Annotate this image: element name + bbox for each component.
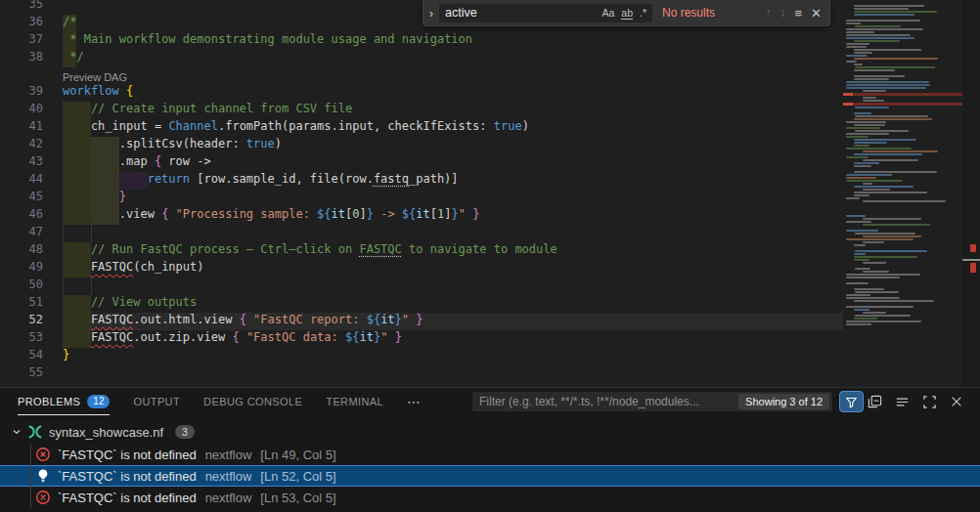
problems-file-name: syntax_showcase.nf xyxy=(49,425,163,440)
line-number: 48 xyxy=(0,242,43,260)
lightbulb-icon xyxy=(35,468,51,484)
collapse-all-icon[interactable] xyxy=(866,393,883,410)
problem-row[interactable]: `FASTQC` is not definednextflow[Ln 52, C… xyxy=(0,465,980,487)
code-line[interactable]: 52FASTQC.out.html.view { "FastQC report:… xyxy=(0,313,843,330)
find-close-icon[interactable]: ✕ xyxy=(811,6,822,21)
match-case-icon[interactable]: Aa xyxy=(601,7,614,20)
close-panel-icon[interactable] xyxy=(948,393,965,410)
code-line[interactable]: 39workflow { xyxy=(0,84,843,102)
line-number: 50 xyxy=(0,277,43,295)
line-number: 39 xyxy=(0,84,43,102)
problems-file-row[interactable]: syntax_showcase.nf 3 xyxy=(0,420,980,444)
code-line[interactable]: 42.splitCsv(header: true) xyxy=(0,137,843,154)
tab-terminal[interactable]: TERMINAL xyxy=(326,388,383,415)
showing-count-badge: Showing 3 of 12 xyxy=(738,394,829,409)
maximize-panel-icon[interactable] xyxy=(920,393,938,410)
code-line[interactable]: 43.map { row -> xyxy=(0,154,843,172)
filter-placeholder: Filter (e.g. text, **/*.ts, !**/node_mod… xyxy=(479,392,699,411)
code-line[interactable]: 40// Create input channel from CSV file xyxy=(0,102,843,119)
code-line[interactable]: 51// View outputs xyxy=(0,295,843,313)
file-problem-count-badge: 3 xyxy=(175,425,195,439)
filter-funnel-icon[interactable] xyxy=(839,391,864,412)
problem-source: nextflow xyxy=(205,469,252,484)
ruler-error-mark xyxy=(970,263,976,273)
panel-more-actions-icon[interactable]: ⋯ xyxy=(407,394,423,409)
find-query-text: active xyxy=(439,6,601,20)
code-line[interactable]: 53FASTQC.out.zip.view { "FastQC data: ${… xyxy=(0,330,843,348)
code-line[interactable]: 38 */ xyxy=(0,50,843,67)
find-widget: › active Aa ab .* No results ↑ ↓ ≡ ✕ xyxy=(423,0,830,26)
code-line[interactable]: 45} xyxy=(0,190,843,207)
problem-message: `FASTQC` is not defined xyxy=(58,448,197,462)
line-number: 47 xyxy=(0,225,43,242)
problem-source: nextflow xyxy=(205,491,252,505)
problem-location: [Ln 49, Col 5] xyxy=(260,448,335,462)
code-line[interactable]: 37 * Main workflow demonstrating module … xyxy=(0,32,843,50)
tab-output[interactable]: OUTPUT xyxy=(133,388,180,415)
find-results-label: No results xyxy=(662,6,766,20)
problems-count-badge: 12 xyxy=(87,395,110,408)
minimap[interactable] xyxy=(843,2,962,383)
editor-pane[interactable]: 3536/*37 * Main workflow demonstrating m… xyxy=(0,0,980,387)
line-number: 53 xyxy=(0,330,43,348)
error-icon xyxy=(35,490,51,505)
line-number: 40 xyxy=(0,102,43,119)
line-number: 49 xyxy=(0,260,43,277)
find-in-selection-icon[interactable]: ≡ xyxy=(795,6,803,21)
line-number: 46 xyxy=(0,207,43,225)
overview-ruler[interactable] xyxy=(962,0,980,387)
problems-filter-input[interactable]: Filter (e.g. text, **/*.ts, !**/node_mod… xyxy=(472,392,832,411)
tab-problems[interactable]: PROBLEMS12 xyxy=(18,388,110,415)
regex-icon[interactable]: .* xyxy=(640,7,646,20)
view-as-table-icon[interactable] xyxy=(893,393,911,410)
line-number: 37 xyxy=(0,32,43,50)
bottom-panel: PROBLEMS12OUTPUTDEBUG CONSOLETERMINAL⋯ F… xyxy=(0,387,980,512)
find-next-icon[interactable]: ↓ xyxy=(780,6,786,20)
code-line[interactable]: 46.view { "Processing sample: ${it[0]} -… xyxy=(0,207,843,225)
line-number: 36 xyxy=(0,15,43,32)
line-number: 54 xyxy=(0,348,43,365)
problem-row[interactable]: `FASTQC` is not definednextflow[Ln 53, C… xyxy=(0,487,980,508)
line-number: 38 xyxy=(0,50,43,67)
panel-actions xyxy=(866,393,965,410)
find-previous-icon[interactable]: ↑ xyxy=(766,6,772,20)
code-line[interactable]: 47 xyxy=(0,225,843,242)
code-line[interactable]: 41ch_input = Channel.fromPath(params.inp… xyxy=(0,119,843,137)
problem-source: nextflow xyxy=(205,448,252,462)
code-line[interactable]: 48// Run FastQC process – Ctrl–click on … xyxy=(0,242,843,260)
ruler-cursor-mark xyxy=(962,259,980,261)
code-line[interactable]: 55 xyxy=(0,365,843,383)
line-number: 52 xyxy=(0,313,43,330)
problem-message: `FASTQC` is not defined xyxy=(58,491,197,505)
vscode-window: 3536/*37 * Main workflow demonstrating m… xyxy=(0,0,980,512)
error-icon xyxy=(35,447,51,462)
code-line[interactable]: 44return [row.sample_id, file(row.fastq_… xyxy=(0,172,843,190)
line-number: 55 xyxy=(0,365,43,383)
problems-items: `FASTQC` is not definednextflow[Ln 49, C… xyxy=(0,444,980,508)
codelens-preview-dag[interactable]: Preview DAG xyxy=(63,71,127,83)
nextflow-file-icon xyxy=(27,424,43,440)
problem-location: [Ln 53, Col 5] xyxy=(260,491,335,505)
problem-location: [Ln 52, Col 5] xyxy=(260,469,335,484)
chevron-down-icon xyxy=(12,427,22,437)
problems-tree: syntax_showcase.nf 3 `FASTQC` is not def… xyxy=(0,415,980,508)
code-line[interactable]: 54} xyxy=(0,348,843,365)
toggle-replace-icon[interactable]: › xyxy=(423,6,439,21)
ruler-error-mark xyxy=(970,244,976,252)
problem-message: `FASTQC` is not defined xyxy=(58,469,197,484)
problem-row[interactable]: `FASTQC` is not definednextflow[Ln 49, C… xyxy=(0,444,980,465)
tab-debug-console[interactable]: DEBUG CONSOLE xyxy=(203,388,302,415)
code-line[interactable]: 50 xyxy=(0,277,843,295)
line-number: 35 xyxy=(0,0,43,15)
panel-tab-bar: PROBLEMS12OUTPUTDEBUG CONSOLETERMINAL⋯ F… xyxy=(0,388,980,415)
whole-word-icon[interactable]: ab xyxy=(621,7,633,20)
line-number: 51 xyxy=(0,295,43,313)
line-number: 44 xyxy=(0,172,43,190)
line-number: 42 xyxy=(0,137,43,154)
code-line[interactable]: 49FASTQC(ch_input) xyxy=(0,260,843,277)
code-lines: 3536/*37 * Main workflow demonstrating m… xyxy=(0,0,843,383)
find-input[interactable]: active Aa ab .* xyxy=(439,4,652,22)
line-number: 45 xyxy=(0,190,43,207)
line-number: 41 xyxy=(0,119,43,137)
line-number: 43 xyxy=(0,154,43,172)
